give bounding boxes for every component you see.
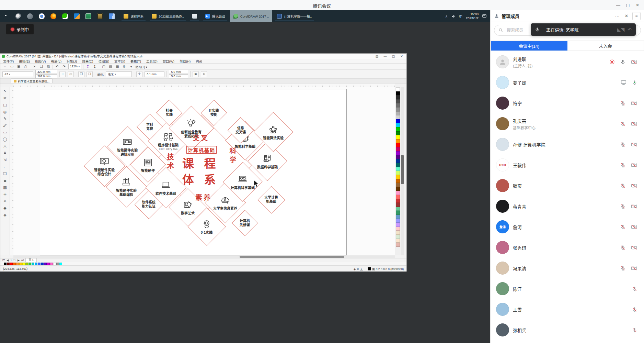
minimize-button[interactable]: — [614,1,623,9]
tool-pick[interactable]: ↖ [2,88,9,95]
fullscreen-icon[interactable]: ▢ [101,64,106,69]
document-palette-swatch[interactable] [19,263,22,265]
document-palette-swatch[interactable] [4,263,7,265]
cut-icon[interactable]: ✂ [32,64,37,69]
firefox-icon[interactable] [48,11,58,21]
app-gold-icon[interactable] [95,11,105,21]
portrait-icon[interactable]: ▯ [59,71,66,77]
menu-视图(V)[interactable]: 视图(V) [35,59,46,64]
participant-row[interactable]: 刘进联(主持人, 我) [491,52,644,72]
palette-swatch[interactable] [396,139,400,143]
open-icon[interactable]: ▭ [9,64,14,69]
mic-off-icon[interactable] [620,224,625,230]
units-select[interactable]: 毫米 ▾ [106,71,132,77]
palette-swatch[interactable] [396,227,400,231]
palette-swatch[interactable] [396,239,400,243]
duplicate-x-field[interactable]: 5.0 mm [169,70,188,74]
cdr-close-button[interactable]: ✕ [398,55,405,58]
cam-off-icon[interactable] [631,59,637,65]
app-blue-icon[interactable] [71,11,82,21]
ime-indicator[interactable]: 中 [459,14,462,19]
mic-off-icon[interactable] [632,327,637,333]
landscape-icon[interactable]: ▭ [68,71,74,77]
palette-swatch[interactable] [396,243,400,247]
mic-off-icon[interactable] [620,162,625,168]
menu-窗口(W)[interactable]: 窗口(W) [163,59,174,64]
palette-swatch[interactable] [396,111,400,115]
start-icon[interactable] [1,11,12,21]
document-palette-swatch[interactable] [7,263,10,265]
tool-ellipse[interactable]: ◯ [2,136,9,143]
cam-off-icon[interactable] [631,204,637,209]
cdr-maximize-button[interactable]: ▢ [390,55,397,58]
palette-swatch[interactable] [396,179,400,183]
palette-swatch[interactable] [396,187,400,191]
first-page-icon[interactable]: ⏮ [2,258,5,262]
tool-eyedropper[interactable]: ✛ [2,191,9,198]
palette-swatch[interactable] [396,119,400,123]
palette-swatch[interactable] [396,107,400,111]
document-palette-swatch[interactable] [22,263,25,265]
menu-购买[interactable]: 购买 [196,59,202,64]
document-palette-swatch[interactable] [28,263,31,265]
tool-shape[interactable]: ✑ [2,95,9,101]
mic-off-icon[interactable] [620,183,625,189]
palette-swatch[interactable] [396,127,400,131]
tool-contour[interactable]: ◙ [2,177,9,184]
palette-swatch[interactable] [396,211,400,215]
menu-工具(O)[interactable]: 工具(O) [146,59,158,64]
participant-row[interactable]: 詹涛詹涛 [491,217,644,237]
palette-swatch[interactable] [396,123,400,127]
tool-dimension[interactable]: ⇲ [2,156,9,163]
palette-swatch[interactable] [396,235,400,239]
participant-row[interactable]: 王雪 [491,299,644,320]
document-palette-swatch[interactable] [13,263,16,265]
document-palette-swatch[interactable] [10,263,13,265]
mic-off-icon[interactable] [620,121,625,127]
export-icon[interactable]: ↥ [92,64,97,69]
palette-swatch[interactable] [396,207,400,211]
palette-swatch[interactable] [396,135,400,139]
tool-text[interactable]: A [2,150,9,156]
document-palette-swatch[interactable] [50,263,53,265]
document-palette-swatch[interactable] [44,263,47,265]
copy-icon[interactable]: ❐ [39,64,44,69]
tool-crop[interactable]: ▢ [2,101,9,108]
rulers-icon[interactable]: ▤ [108,64,113,69]
tool-outline-pen[interactable]: ✒ [2,198,9,204]
tool-rectangle[interactable]: ▭ [2,129,9,136]
property-options-icon[interactable]: ⊕ [201,71,207,77]
notification-icon[interactable] [482,14,487,19]
nudge-field[interactable]: 0.1 mm [145,71,164,77]
app-green-icon[interactable] [83,11,93,21]
palette-swatch[interactable] [396,147,400,151]
participant-row[interactable]: C≋D王毅伟 [491,155,644,175]
cam-off-icon[interactable] [631,101,637,106]
duplicate-y-field[interactable]: 5.0 mm [169,74,188,78]
tool-zoom[interactable]: ◎ [2,108,9,115]
palette-swatch[interactable] [396,103,400,107]
volume-icon[interactable] [451,14,456,19]
tool-connector[interactable]: ⌐ [2,163,9,170]
palette-swatch[interactable] [396,143,400,147]
record-icon[interactable] [609,59,615,65]
menu-表格(T)[interactable]: 表格(T) [130,59,141,64]
document-palette-swatch[interactable] [35,263,37,265]
tool-fill[interactable]: ◆ [2,204,9,211]
document-palette-swatch[interactable] [47,263,50,265]
horizontal-scrollbar-thumb[interactable] [240,256,344,258]
palette-swatch[interactable] [396,175,400,179]
page-width-field[interactable]: 420.0 mm [35,70,57,74]
menu-对象(J)[interactable]: 对象(J) [67,59,77,64]
close-button[interactable]: ✕ [633,1,642,9]
document-palette-swatch[interactable] [59,263,62,265]
cam-off-icon[interactable] [631,121,637,126]
app-book-icon[interactable] [106,11,117,21]
more-icon[interactable]: ⋯ [614,13,621,19]
palette-swatch[interactable] [396,131,400,135]
palette-swatch[interactable] [396,203,400,207]
palette-swatch[interactable] [396,231,400,235]
treat-as-filled-icon[interactable]: ▣ [193,71,199,77]
participant-row[interactable]: 冯果清 [491,258,644,278]
menu-编辑(E)[interactable]: 编辑(E) [19,59,30,64]
